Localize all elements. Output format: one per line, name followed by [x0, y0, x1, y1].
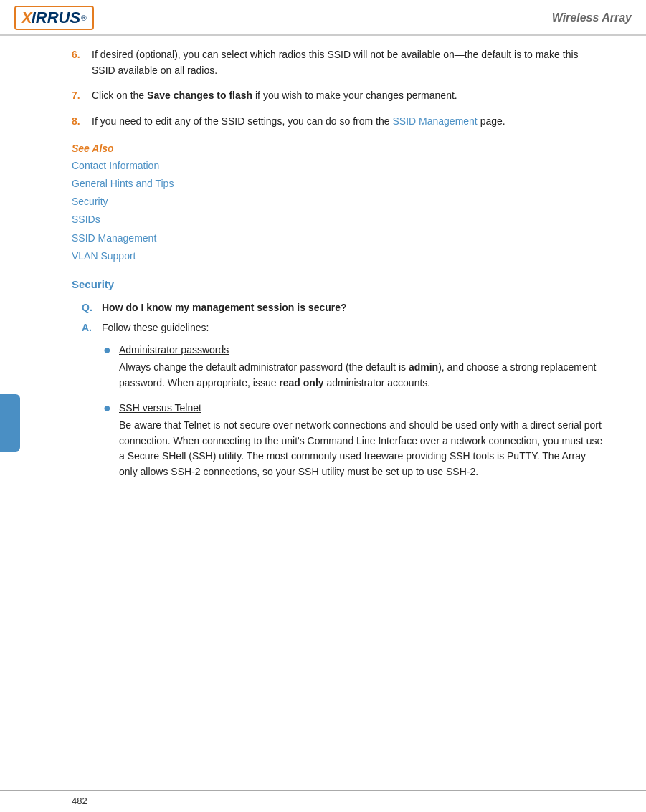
- page-footer: 482: [0, 790, 646, 812]
- bullet-content-ssh-telnet: SSH versus Telnet Be aware that Telnet i…: [119, 401, 603, 479]
- num-content-7: Click on the Save changes to flash if yo…: [92, 88, 603, 104]
- num-label-6: 6.: [72, 47, 92, 78]
- link-vlan-support[interactable]: VLAN Support: [72, 247, 603, 265]
- bullet-list: ● Administrator passwords Always change …: [103, 343, 603, 480]
- page-wrapper: X IRRUS ® Wireless Array 6. If desired (…: [0, 0, 646, 812]
- header-title: Wireless Array: [552, 11, 632, 24]
- answer-text: Follow these guidelines:: [102, 320, 209, 336]
- link-contact-information[interactable]: Contact Information: [72, 157, 603, 175]
- see-also-heading: See Also: [72, 143, 603, 154]
- logo-x: X: [22, 9, 32, 27]
- numbered-item-6: 6. If desired (optional), you can select…: [72, 47, 603, 78]
- side-tab: [0, 394, 20, 452]
- page-header: X IRRUS ® Wireless Array: [0, 0, 646, 36]
- security-section: Security Q. How do I know my management …: [72, 278, 603, 480]
- question-line: Q. How do I know my management session i…: [82, 300, 603, 316]
- admin-bold: admin: [409, 361, 438, 373]
- ssh-telnet-link[interactable]: SSH versus Telnet: [119, 401, 603, 416]
- q-label: Q.: [82, 300, 102, 316]
- page-number: 482: [72, 796, 87, 806]
- logo-irrus: IRRUS: [32, 9, 80, 27]
- numbered-item-8: 8. If you need to edit any of the SSID s…: [72, 114, 603, 130]
- see-also-section: See Also Contact Information General Hin…: [72, 143, 603, 265]
- num-label-8: 8.: [72, 114, 92, 130]
- bullet-item-admin-passwords: ● Administrator passwords Always change …: [103, 343, 603, 391]
- num-label-7: 7.: [72, 88, 92, 104]
- bullet-content-admin-passwords: Administrator passwords Always change th…: [119, 343, 603, 391]
- ssh-telnet-text: Be aware that Telnet is not secure over …: [119, 419, 602, 477]
- num-content-8: If you need to edit any of the SSID sett…: [92, 114, 603, 130]
- question-text: How do I know my management session is s…: [102, 300, 347, 316]
- bullet-dot-1: ●: [103, 341, 119, 359]
- link-general-hints[interactable]: General Hints and Tips: [72, 175, 603, 193]
- answer-line: A. Follow these guidelines:: [82, 320, 603, 336]
- main-content: 6. If desired (optional), you can select…: [0, 36, 646, 790]
- num-content-6: If desired (optional), you can select wh…: [92, 47, 603, 78]
- logo-area: X IRRUS ®: [14, 6, 94, 30]
- security-section-heading: Security: [72, 278, 603, 290]
- logo-reg: ®: [81, 14, 86, 22]
- qa-block: Q. How do I know my management session i…: [82, 300, 603, 480]
- admin-passwords-text: Always change the default administrator …: [119, 361, 596, 388]
- link-ssids[interactable]: SSIDs: [72, 211, 603, 229]
- link-security[interactable]: Security: [72, 193, 603, 211]
- ssid-management-link-inline[interactable]: SSID Management: [392, 115, 477, 127]
- link-ssid-management[interactable]: SSID Management: [72, 229, 603, 247]
- bullet-item-ssh-telnet: ● SSH versus Telnet Be aware that Telnet…: [103, 401, 603, 479]
- admin-passwords-link[interactable]: Administrator passwords: [119, 343, 603, 358]
- logo-box: X IRRUS ®: [14, 6, 94, 30]
- save-changes-bold: Save changes to flash: [147, 90, 252, 101]
- a-label: A.: [82, 320, 102, 336]
- read-only-bold: read only: [279, 377, 323, 388]
- bullet-dot-2: ●: [103, 399, 119, 417]
- numbered-item-7: 7. Click on the Save changes to flash if…: [72, 88, 603, 104]
